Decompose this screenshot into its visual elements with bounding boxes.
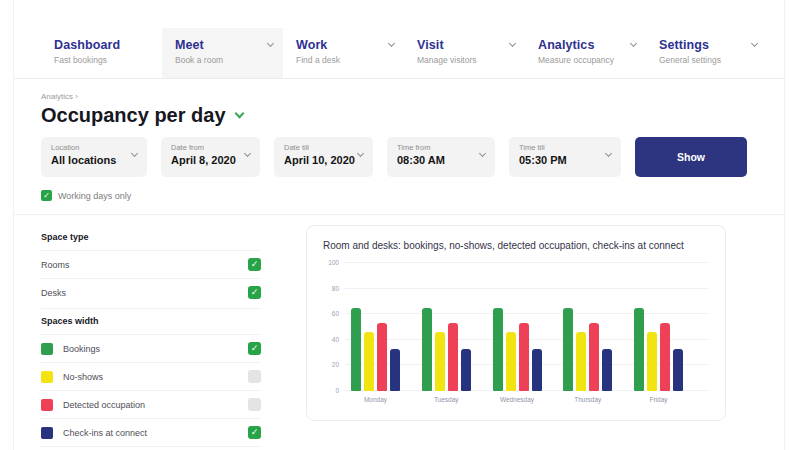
- nav-sublabel: Measure occupancy: [538, 55, 636, 65]
- row-label: Bookings: [63, 344, 100, 354]
- bar-detected-occupation: [519, 323, 529, 391]
- bar-bookings: [634, 308, 644, 391]
- date-till-select[interactable]: Date till April 10, 2020: [274, 137, 373, 177]
- location-select[interactable]: Location All locations: [41, 137, 147, 177]
- working-days-checkbox[interactable]: ✓: [41, 190, 52, 201]
- x-axis-label: Monday: [351, 396, 400, 403]
- app-container: Dashboard Fast bookings Meet Book a room…: [13, 0, 785, 450]
- spaces-width-header: Spaces width: [41, 308, 261, 334]
- bookings-color-swatch: [41, 343, 53, 355]
- nav-item-visit[interactable]: Visit Manage visitors: [404, 28, 525, 78]
- nav-sublabel: Manage visitors: [417, 55, 515, 65]
- legend-row-detected-occupation[interactable]: Detected occupation: [41, 390, 261, 418]
- row-label: Rooms: [41, 260, 70, 270]
- check-ins-color-swatch: [41, 427, 53, 439]
- page-title-row: Occupancy per day: [41, 104, 784, 127]
- chart-card: Room and desks: bookings, no-shows, dete…: [306, 225, 726, 421]
- nav-sublabel: General settings: [659, 55, 757, 65]
- nav-sublabel: Find a desk: [296, 55, 394, 65]
- chevron-down-icon: [131, 150, 138, 157]
- nav-label: Visit: [417, 38, 444, 52]
- detected-occupation-checkbox[interactable]: [248, 398, 261, 411]
- nav-item-meet[interactable]: Meet Book a room: [162, 28, 283, 78]
- bar-group: [563, 263, 612, 391]
- y-axis-tick: 40: [332, 336, 339, 343]
- bar-group: [351, 263, 400, 391]
- filter-label: Location: [51, 143, 127, 152]
- bar-check-ins-at-connect: [461, 349, 471, 391]
- rooms-checkbox[interactable]: ✓: [248, 258, 261, 271]
- filter-label: Time till: [519, 143, 601, 152]
- bar-check-ins-at-connect: [673, 349, 683, 391]
- bar-group: [493, 263, 542, 391]
- nav-item-settings[interactable]: Settings General settings: [646, 28, 767, 78]
- filter-label: Date from: [171, 143, 240, 152]
- chart-x-axis: MondayTuesdayWednesdayThursdayFriday: [323, 396, 709, 403]
- no-shows-checkbox[interactable]: [248, 370, 261, 383]
- top-nav: Dashboard Fast bookings Meet Book a room…: [14, 28, 784, 79]
- chart-plot: [345, 263, 709, 391]
- nav-label: Work: [296, 38, 327, 52]
- row-label: No-shows: [63, 372, 103, 382]
- bar-no-shows: [647, 332, 657, 391]
- filter-value: 08:30 AM: [397, 154, 475, 166]
- y-axis-tick: 60: [332, 310, 339, 317]
- nav-item-work[interactable]: Work Find a desk: [283, 28, 404, 78]
- bar-chart: 020406080100: [323, 263, 709, 391]
- bar-group: [422, 263, 471, 391]
- filter-panel: Space type Rooms ✓ Desks ✓ Spaces width …: [41, 225, 261, 447]
- bar-no-shows: [576, 332, 586, 391]
- chevron-down-icon: [244, 150, 251, 157]
- nav-sublabel: Book a room: [175, 55, 273, 65]
- nav-label: Settings: [659, 38, 709, 52]
- title-dropdown-chevron-icon[interactable]: [234, 109, 244, 119]
- filter-label: Date till: [284, 143, 353, 152]
- y-axis-tick: 100: [328, 259, 339, 266]
- space-type-row-desks[interactable]: Desks ✓: [41, 278, 261, 306]
- check-ins-checkbox[interactable]: ✓: [248, 426, 261, 439]
- desks-checkbox[interactable]: ✓: [248, 286, 261, 299]
- chevron-down-icon: [605, 150, 612, 157]
- y-axis-tick: 80: [332, 285, 339, 292]
- chart-y-axis: 020406080100: [323, 263, 345, 391]
- chevron-down-icon: [509, 40, 516, 47]
- y-axis-tick: 0: [335, 387, 339, 394]
- bar-bookings: [422, 308, 432, 391]
- chevron-down-icon: [388, 40, 395, 47]
- time-till-select[interactable]: Time till 05:30 PM: [509, 137, 621, 177]
- bar-no-shows: [364, 332, 374, 391]
- space-type-row-rooms[interactable]: Rooms ✓: [41, 250, 261, 278]
- bookings-checkbox[interactable]: ✓: [248, 342, 261, 355]
- nav-sublabel: Fast bookings: [54, 55, 152, 65]
- bar-bookings: [351, 308, 361, 391]
- bar-bookings: [493, 308, 503, 391]
- show-button[interactable]: Show: [635, 137, 747, 177]
- date-from-select[interactable]: Date from April 8, 2020: [161, 137, 260, 177]
- breadcrumb[interactable]: Analytics ›: [41, 92, 784, 101]
- content-area: Space type Rooms ✓ Desks ✓ Spaces width …: [14, 215, 784, 447]
- legend-row-no-shows[interactable]: No-shows: [41, 362, 261, 390]
- x-axis-label: Friday: [634, 396, 683, 403]
- working-days-toggle[interactable]: ✓ Working days only: [41, 190, 784, 201]
- bar-no-shows: [435, 332, 445, 391]
- nav-label: Meet: [175, 38, 204, 52]
- nav-item-analytics[interactable]: Analytics Measure occupancy: [525, 28, 646, 78]
- chevron-down-icon: [630, 40, 637, 47]
- filter-value: April 8, 2020: [171, 154, 240, 166]
- x-axis-label: Tuesday: [422, 396, 471, 403]
- chevron-down-icon: [357, 150, 364, 157]
- chevron-down-icon: [751, 40, 758, 47]
- chevron-down-icon: [479, 150, 486, 157]
- bar-detected-occupation: [589, 323, 599, 391]
- working-days-label: Working days only: [58, 191, 131, 201]
- time-from-select[interactable]: Time from 08:30 AM: [387, 137, 495, 177]
- legend-row-bookings[interactable]: Bookings ✓: [41, 334, 261, 362]
- nav-label: Dashboard: [54, 38, 120, 52]
- legend-row-check-ins[interactable]: Check-ins at connect ✓: [41, 418, 261, 447]
- bar-detected-occupation: [448, 323, 458, 391]
- nav-item-dashboard[interactable]: Dashboard Fast bookings: [41, 28, 162, 78]
- x-axis-label: Wednesday: [493, 396, 542, 403]
- no-shows-color-swatch: [41, 371, 53, 383]
- filter-value: 05:30 PM: [519, 154, 601, 166]
- bar-check-ins-at-connect: [390, 349, 400, 391]
